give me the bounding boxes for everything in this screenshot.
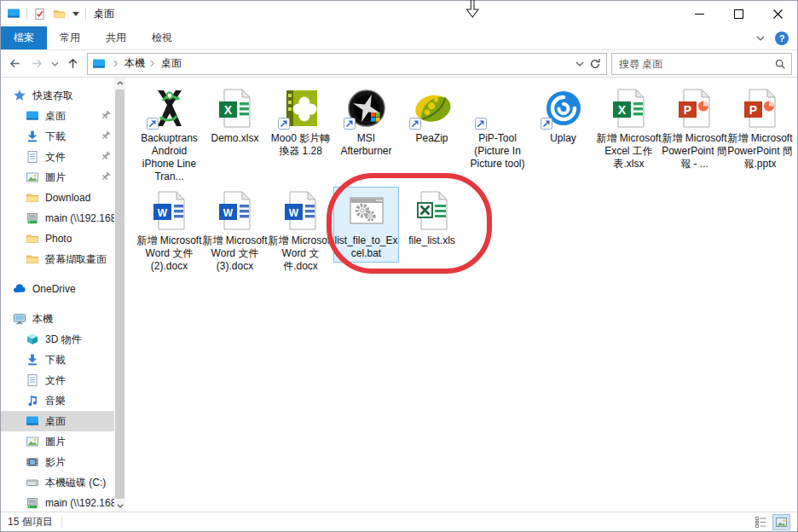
file-item[interactable]: W 新增 Microsoft Word 文件 (2).docx — [136, 187, 202, 289]
sidebar-item[interactable]: main (\\192.168 — [1, 208, 114, 228]
file-item[interactable]: PiP-Tool (Picture In Picture tool) — [465, 84, 530, 187]
sidebar-item[interactable]: main (\\192.168 — [1, 493, 114, 512]
file-name: list_file_to_Excel.bat — [333, 234, 399, 260]
scroll-down-icon[interactable] — [114, 500, 125, 512]
file-item[interactable]: list_file_to_Excel.bat — [333, 187, 399, 289]
shortcut-arrow-icon — [541, 118, 552, 130]
disk-icon — [26, 476, 39, 489]
sidebar-item[interactable]: Download — [1, 188, 114, 208]
help-icon[interactable] — [775, 32, 789, 45]
word-icon: W — [280, 190, 321, 231]
file-item[interactable]: MSI Afterburner — [333, 84, 399, 187]
sidebar-item[interactable]: 桌面 — [1, 106, 114, 126]
sidebar-item[interactable]: 影片 — [1, 452, 114, 472]
back-button[interactable] — [4, 54, 25, 74]
folder-icon — [26, 252, 39, 266]
maximize-button[interactable] — [719, 1, 758, 26]
window-title: 桌面 — [94, 7, 114, 21]
svg-text:W: W — [157, 207, 167, 219]
titlebar: 桌面 — [1, 1, 797, 26]
file-item[interactable]: X Demo.xlsx — [202, 84, 268, 187]
file-tab[interactable]: 檔案 — [1, 26, 47, 49]
bat-icon — [346, 190, 387, 231]
scroll-up-icon[interactable] — [114, 78, 125, 89]
excel-icon: X — [609, 88, 650, 129]
file-item[interactable]: Uplay — [530, 84, 596, 187]
word-icon: W — [215, 190, 256, 231]
ribbon-tab[interactable]: 共用 — [93, 26, 139, 49]
breadcrumb-segment[interactable]: 本機 — [113, 56, 145, 71]
pictures-icon — [26, 171, 39, 184]
sidebar-item[interactable]: 快速存取 — [1, 85, 114, 106]
powerpoint-icon: P — [740, 88, 781, 129]
scrollbar-thumb[interactable] — [115, 90, 124, 499]
sidebar-item[interactable]: 圖片 — [1, 167, 114, 188]
close-button[interactable] — [758, 1, 797, 26]
divider — [85, 8, 86, 20]
recent-locations-dropdown-icon[interactable] — [49, 54, 61, 74]
file-list[interactable]: Backuptrans Android iPhone Line Tran... … — [125, 78, 797, 512]
file-item[interactable]: W 新增 Microsoft Word 文件 (3).docx — [202, 187, 268, 289]
file-item[interactable]: PeaZip — [399, 84, 465, 187]
file-item[interactable]: W 新增 Microsoft Word 文件.docx — [268, 187, 333, 289]
sidebar-item[interactable]: 3D 物件 — [1, 329, 114, 350]
new-folder-icon[interactable] — [53, 8, 66, 20]
sidebar-item[interactable]: 桌面 — [1, 411, 114, 431]
file-item[interactable]: file_list.xls — [399, 187, 465, 289]
sidebar-item[interactable]: 螢幕擷取畫面 — [1, 249, 114, 269]
up-button[interactable] — [62, 54, 83, 74]
file-name: PiP-Tool (Picture In Picture tool) — [465, 132, 530, 171]
file-name: 新增 Microsoft PowerPoint 簡報.pptx — [727, 132, 793, 171]
search-box[interactable] — [611, 53, 792, 75]
icons-view-icon[interactable] — [772, 514, 790, 530]
videos-icon — [26, 455, 39, 469]
search-icon[interactable] — [774, 58, 786, 70]
sidebar-item[interactable]: 圖片 — [1, 431, 114, 452]
refresh-icon[interactable] — [589, 58, 601, 70]
qat-customize-dropdown-icon[interactable] — [72, 12, 79, 16]
file-name: MSI Afterburner — [333, 132, 399, 158]
sidebar-item[interactable]: 本機磁碟 (C:) — [1, 472, 114, 493]
network-icon — [26, 211, 39, 225]
word-icon: W — [149, 190, 190, 231]
sidebar-item[interactable]: 下載 — [1, 126, 114, 147]
download-icon — [26, 130, 39, 143]
sidebar-item[interactable]: 文件 — [1, 370, 114, 390]
ribbon-tab[interactable]: 檢視 — [139, 26, 185, 49]
address-bar[interactable]: 本機 桌面 — [87, 53, 607, 75]
file-item[interactable]: P 新增 Microsoft PowerPoint 簡報.pptx — [727, 84, 793, 187]
sidebar-item[interactable]: 本機 — [1, 309, 114, 329]
ribbon-tab[interactable]: 常用 — [47, 26, 93, 49]
sidebar-item[interactable]: 下載 — [1, 350, 114, 370]
sidebar-item[interactable]: OneDrive — [1, 279, 114, 299]
details-view-icon[interactable] — [752, 514, 770, 530]
breadcrumb-segment[interactable]: 桌面 — [150, 56, 182, 71]
search-input[interactable] — [617, 57, 774, 71]
file-name: 新增 Microsoft Word 文件 (3).docx — [202, 234, 268, 273]
file-name: PeaZip — [399, 132, 465, 145]
navigation-pane: 快速存取 桌面 下載 文件 圖片 — [1, 78, 114, 512]
file-name: 新增 Microsoft Word 文件.docx — [268, 234, 333, 273]
sidebar-scrollbar[interactable] — [114, 78, 125, 512]
file-item[interactable]: Backuptrans Android iPhone Line Tran... — [136, 84, 202, 187]
file-item[interactable]: P 新增 Microsoft PowerPoint 簡報 - ... — [662, 84, 727, 187]
chevron-right-icon — [113, 60, 118, 67]
expand-ribbon-icon[interactable] — [756, 36, 765, 41]
sidebar-item[interactable]: Photo — [1, 228, 114, 249]
address-dropdown-icon[interactable] — [575, 61, 584, 66]
file-item[interactable]: X 新增 Microsoft Excel 工作表.xlsx — [596, 84, 662, 187]
shortcut-arrow-icon — [147, 118, 159, 130]
minimize-button[interactable] — [679, 1, 719, 26]
sidebar-item[interactable]: 文件 — [1, 147, 114, 167]
svg-text:W: W — [223, 207, 233, 219]
properties-icon[interactable] — [33, 8, 46, 20]
thispc-icon — [13, 312, 26, 326]
file-item[interactable]: Moo0 影片轉換器 1.28 — [268, 84, 333, 187]
navigation-bar: 本機 桌面 — [1, 50, 797, 78]
pin-icon — [100, 130, 112, 142]
divider — [61, 516, 62, 528]
sidebar-item[interactable]: 音樂 — [1, 390, 114, 411]
file-name: 新增 Microsoft Excel 工作表.xlsx — [596, 132, 662, 171]
forward-button[interactable] — [26, 54, 47, 74]
download-icon — [26, 353, 39, 367]
